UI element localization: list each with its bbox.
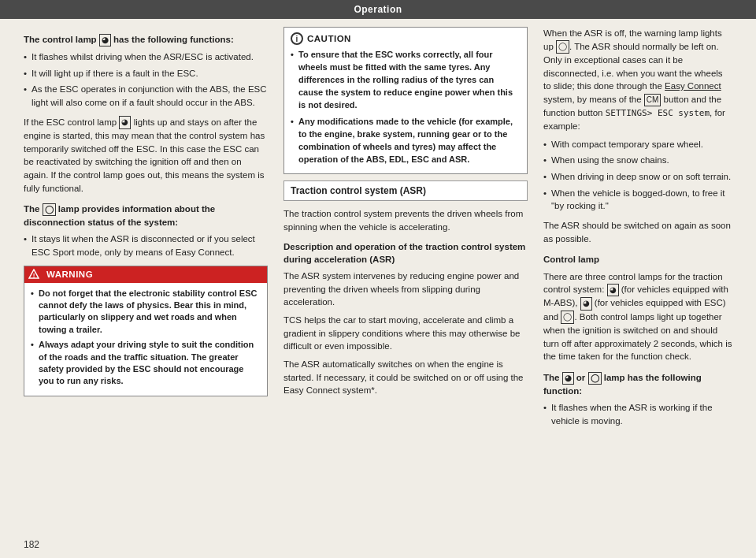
left-bullet-1: It flashes whilst driving when the ASR/E…	[24, 50, 268, 64]
lamp-symbol-cm: CM	[644, 94, 662, 107]
left-bullet-3: As the ESC operates in conjunction with …	[24, 83, 268, 109]
traction-box: Traction control system (ASR)	[284, 180, 528, 201]
caution-header: i CAUTION	[291, 32, 521, 45]
right-bullet-4: When the vehicle is bogged-down, to free…	[543, 187, 732, 213]
lamp-symbol-6: ◕	[580, 297, 592, 311]
left-bullet-4: It stays lit when the ASR is disconnecte…	[24, 232, 268, 259]
lamp-symbol-9: ◯	[588, 372, 602, 385]
page-number: 182	[24, 539, 39, 550]
right-bullet-1: With compact temporary spare wheel.	[543, 138, 732, 151]
caution-box: i CAUTION To ensure that the ESC works c…	[284, 27, 528, 174]
desc-title: Description and operation of the tractio…	[284, 240, 528, 266]
caution-title: CAUTION	[307, 34, 351, 43]
col-right: When the ASR is off, the warning lamp li…	[543, 27, 732, 430]
warning-box: ! WARNING Do not forget that the electro…	[24, 266, 268, 396]
control-lamp-title: Control lamp	[543, 253, 732, 266]
lamp-symbol-5: ◕	[607, 284, 619, 297]
left-section1-title: The control lamp ◕ has the following fun…	[24, 33, 268, 46]
lamp-symbol-7: ◯	[561, 311, 574, 324]
caution-bullet-1: To ensure that the ESC works correctly, …	[291, 49, 521, 112]
lamp-symbol-2: ◕	[119, 116, 131, 129]
lamp-symbol-1: ◕	[99, 34, 111, 46]
col-mid: i CAUTION To ensure that the ESC works c…	[284, 27, 528, 430]
desc-para2: TCS helps the car to start moving, accel…	[284, 314, 528, 353]
page-wrapper: Operation The control lamp ◕ has the fol…	[0, 0, 756, 558]
right-para1: When the ASR is off, the warning lamp li…	[543, 27, 732, 133]
lamp-symbol-4: ◯	[556, 40, 569, 54]
header-bar: Operation	[0, 0, 756, 19]
warning-bullet-1: Do not forget that the electronic stabil…	[31, 288, 261, 337]
left-section2-title: The ◯ lamp provides information about th…	[24, 203, 268, 229]
warning-triangle-icon: !	[28, 269, 39, 281]
warning-header: ! WARNING	[24, 266, 267, 283]
lamp-function-bullet-1: It flashes when the ASR is working if th…	[543, 401, 732, 427]
content-area: The control lamp ◕ has the following fun…	[0, 27, 756, 438]
svg-text:!: !	[33, 272, 35, 279]
settings-code: SETTINGS> ESC system	[606, 108, 710, 118]
warning-bullet-2: Always adapt your driving style to suit …	[31, 339, 261, 388]
desc-para1: The ASR system intervenes by reducing en…	[284, 270, 528, 309]
left-bullet-2: It will light up if there is a fault in …	[24, 67, 268, 80]
control-lamp-para: There are three control lamps for the tr…	[543, 270, 732, 363]
lamp-symbol-3: ◯	[43, 203, 56, 216]
traction-intro: The traction control system prevents the…	[284, 207, 528, 233]
traction-box-title: Traction control system (ASR)	[291, 185, 426, 196]
desc-para3: The ASR automatically switches on when t…	[284, 358, 528, 397]
lamp-symbol-8: ◕	[562, 372, 574, 385]
right-para2: The ASR should be switched on again as s…	[543, 219, 732, 245]
lamp-function-title: The ◕ or ◯ lamp has the following functi…	[543, 371, 732, 397]
right-bullet-3: When driving in deep snow or on soft ter…	[543, 170, 732, 184]
right-bullet-2: When using the snow chains.	[543, 154, 732, 167]
easy-connect-link: Easy Connect	[665, 81, 721, 91]
caution-bullet-2: Any modifications made to the vehicle (f…	[291, 116, 521, 166]
left-esc-para: If the ESC control lamp ◕ lights up and …	[24, 116, 268, 195]
warning-title: WARNING	[46, 270, 93, 279]
caution-icon: i	[291, 32, 303, 45]
col-left: The control lamp ◕ has the following fun…	[24, 27, 268, 430]
header-title: Operation	[354, 4, 402, 15]
